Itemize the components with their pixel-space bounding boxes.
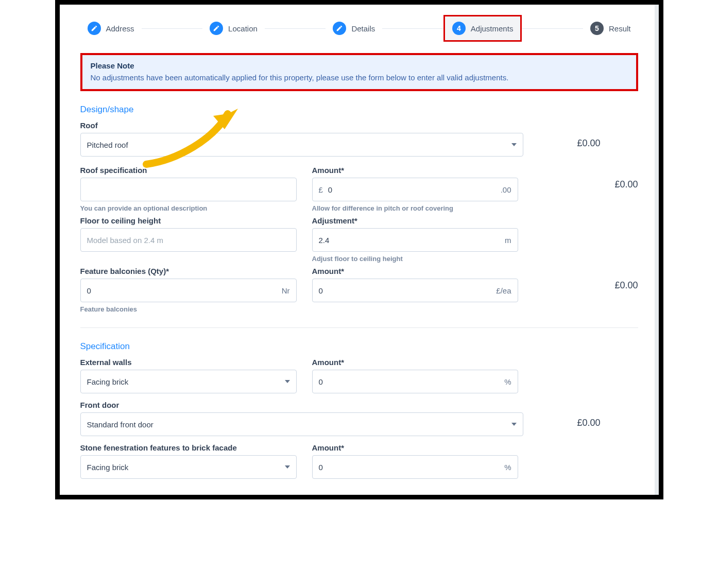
chevron-down-icon	[285, 465, 290, 469]
roof-spec-amount-label: Amount*	[312, 166, 518, 175]
roof-spec-input[interactable]	[80, 178, 297, 201]
balconies-helper: Feature balconies	[80, 305, 297, 313]
roof-label: Roof	[80, 121, 638, 130]
step-details[interactable]: Details	[326, 16, 382, 40]
section-specification-title: Specification	[80, 341, 638, 352]
unit-suffix: %	[504, 377, 511, 386]
step-adjustments[interactable]: 4 Adjustments	[443, 15, 522, 42]
step-number-icon: 4	[452, 22, 466, 35]
scrollbar[interactable]	[655, 5, 659, 495]
front-door-label: Front door	[80, 401, 638, 409]
section-design-shape-title: Design/shape	[80, 105, 638, 115]
roof-spec-amount-helper: Allow for difference in pitch or roof co…	[312, 204, 518, 212]
external-walls-amount-input[interactable]: 0 %	[312, 370, 518, 393]
pencil-icon	[210, 22, 223, 35]
step-label: Details	[351, 24, 375, 33]
step-label: Result	[609, 24, 631, 33]
stone-fenestration-amount-input[interactable]: 0 %	[312, 455, 518, 479]
balconies-amount-input[interactable]: 0 £/ea	[312, 279, 518, 302]
currency-prefix: £	[319, 185, 323, 194]
unit-suffix: %	[504, 463, 511, 472]
stone-fenestration-label: Stone fenestration features to brick fac…	[80, 443, 297, 452]
roof-spec-price: £0.00	[534, 166, 638, 190]
step-divider	[142, 28, 203, 29]
roof-select[interactable]: Pitched roof	[80, 133, 523, 157]
step-divider	[265, 28, 326, 29]
notice-panel: Please Note No adjustments have been aut…	[80, 53, 638, 91]
stone-fenestration-select[interactable]: Facing brick	[80, 455, 297, 479]
step-label: Location	[228, 24, 258, 33]
floor-ceiling-input[interactable]: Model based on 2.4 m	[80, 228, 297, 252]
pencil-icon	[333, 22, 346, 35]
roof-select-value: Pitched roof	[87, 141, 511, 149]
roof-spec-helper: You can provide an optional description	[80, 204, 297, 212]
step-divider	[382, 28, 443, 29]
chevron-down-icon	[511, 423, 517, 426]
step-label: Address	[106, 24, 134, 33]
unit-suffix: m	[505, 236, 511, 245]
chevron-down-icon	[511, 143, 517, 146]
chevron-down-icon	[285, 380, 290, 383]
balconies-amount-label: Amount*	[312, 267, 518, 275]
notice-message: No adjustments have been automatically a…	[91, 73, 628, 82]
roof-spec-amount-input[interactable]: £ 0 .00	[312, 178, 518, 201]
step-location[interactable]: Location	[202, 16, 265, 40]
step-number-icon: 5	[590, 22, 604, 35]
decimal-suffix: .00	[501, 185, 511, 194]
step-address[interactable]: Address	[80, 16, 142, 40]
wizard-stepper: Address Location Details 4 Adjustments 5…	[80, 14, 638, 43]
balconies-label: Feature balconies (Qty)*	[80, 267, 297, 275]
external-walls-amount-label: Amount*	[312, 358, 518, 367]
front-door-price: £0.00	[539, 412, 601, 428]
floor-ceiling-adj-input[interactable]: 2.4 m	[312, 228, 518, 252]
floor-ceiling-adj-helper: Adjust floor to ceiling height	[312, 255, 518, 263]
step-divider	[522, 28, 583, 29]
balconies-price: £0.00	[534, 267, 638, 291]
notice-title: Please Note	[91, 61, 628, 70]
floor-ceiling-adj-label: Adjustment*	[312, 216, 518, 225]
step-result[interactable]: 5 Result	[583, 16, 638, 40]
step-label: Adjustments	[471, 24, 514, 33]
floor-ceiling-label: Floor to ceiling height	[80, 216, 297, 225]
pencil-icon	[88, 22, 101, 35]
front-door-select[interactable]: Standard front door	[80, 412, 523, 436]
external-walls-label: External walls	[80, 358, 297, 367]
external-walls-select[interactable]: Facing brick	[80, 370, 297, 393]
unit-suffix: £/ea	[496, 286, 511, 295]
unit-suffix: Nr	[282, 286, 290, 295]
roof-price: £0.00	[539, 133, 601, 149]
stone-fenestration-amount-label: Amount*	[312, 443, 518, 452]
roof-spec-label: Roof specification	[80, 166, 297, 175]
balconies-qty-input[interactable]: 0 Nr	[80, 279, 297, 302]
section-divider	[80, 327, 638, 328]
